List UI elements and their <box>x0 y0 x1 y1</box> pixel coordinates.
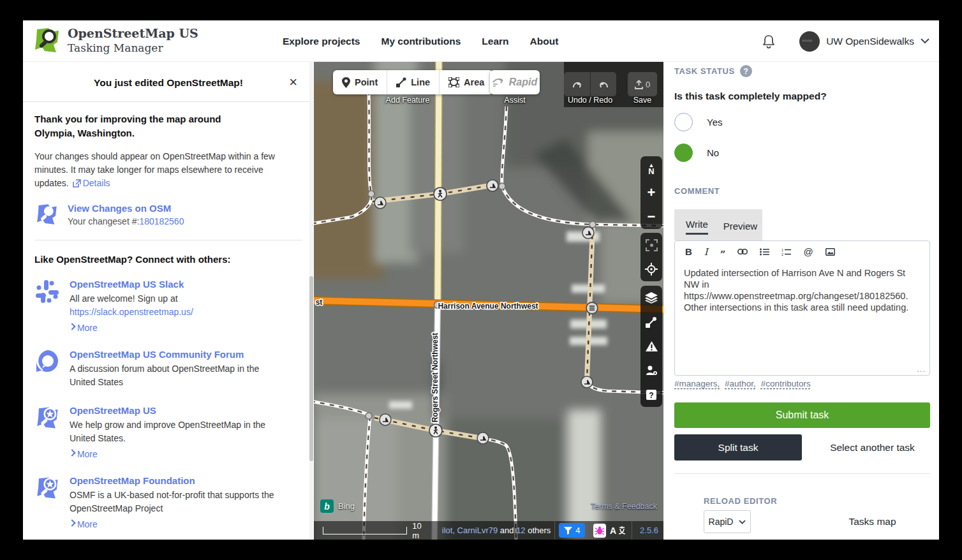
svg-text:2: 2 <box>781 252 783 256</box>
avatar[interactable]: ⌂⌂⌂⌂ <box>799 31 820 52</box>
osm-star-icon <box>34 475 60 501</box>
changeset-line: Your changeset #:180182560 <box>68 216 184 226</box>
slack-url-link[interactable]: https://slack.openstreetmap.us/ <box>70 307 193 317</box>
locale-icon[interactable]: A <box>610 526 626 535</box>
tasks-map-button[interactable]: Tasks map <box>815 510 930 533</box>
zoom-out-icon[interactable]: − <box>640 205 662 229</box>
more-link[interactable]: More <box>70 449 286 459</box>
bullet-list-icon[interactable] <box>760 248 769 256</box>
attribution-count-link[interactable]: 12 <box>516 526 525 535</box>
task-action-panel: TASK STATUS ? Is this task completely ma… <box>663 62 939 540</box>
quote-icon[interactable]: ” <box>720 246 726 258</box>
more-link[interactable]: More <box>70 519 286 529</box>
reload-editor-label: RELOAD EDITOR <box>704 496 777 506</box>
italic-icon[interactable]: I <box>704 246 708 258</box>
feature-filter-button[interactable]: 4 <box>559 523 585 538</box>
yes-radio[interactable] <box>674 113 693 131</box>
scale-bar <box>323 527 407 534</box>
add-feature-label: Add Feature <box>333 96 482 105</box>
svg-text:1: 1 <box>781 248 783 252</box>
save-count-badge: 0 <box>646 80 650 89</box>
attribution-link[interactable]: ilot, <box>442 526 457 535</box>
numbered-list-icon[interactable]: 12 <box>781 248 791 256</box>
notifications-bell-icon[interactable] <box>762 34 775 48</box>
layers-icon[interactable] <box>640 286 662 310</box>
community-item-desc-text: All are welcome! Sign up at <box>70 293 178 304</box>
north-compass-icon[interactable]: ▲N <box>640 156 662 181</box>
comment-input[interactable]: Updated intersection of Harrison Ave N a… <box>675 262 929 366</box>
map-nav-controls: ▲N + − <box>640 156 662 229</box>
nav-my-contributions[interactable]: My contributions <box>381 36 461 47</box>
bold-icon[interactable]: B <box>685 246 692 257</box>
issues-icon[interactable] <box>640 334 662 358</box>
editor-select-dropdown[interactable]: RapiD <box>704 510 751 533</box>
map-data-icon[interactable] <box>640 310 662 334</box>
undo-button[interactable] <box>564 72 590 96</box>
osm-star-icon <box>34 405 60 431</box>
bug-report-icon[interactable] <box>593 524 606 538</box>
save-button[interactable]: 0 <box>628 72 657 96</box>
main-nav: Explore projects My contributions Learn … <box>283 20 558 62</box>
scrollbar-thumb[interactable] <box>309 276 313 461</box>
hashtag-contributors[interactable]: #contributors <box>761 379 811 388</box>
community-item-title[interactable]: OpenStreetMap US <box>70 405 286 416</box>
resize-handle[interactable]: ... <box>917 364 926 374</box>
update-note-text: Your changes should appear on OpenStreet… <box>34 151 275 188</box>
split-task-button[interactable]: Split task <box>674 434 802 461</box>
tab-preview[interactable]: Preview <box>723 221 757 235</box>
community-item-desc: OSMF is a UK-based not-for-profit that s… <box>70 489 286 515</box>
radio-option-no[interactable]: No <box>674 144 719 162</box>
hashtag-author[interactable]: #author, <box>725 379 756 388</box>
radio-option-yes[interactable]: Yes <box>674 113 722 131</box>
redo-button[interactable] <box>590 72 616 96</box>
rapid-assist-button[interactable]: Rapid <box>490 70 540 94</box>
nav-about[interactable]: About <box>530 36 559 47</box>
zoom-in-icon[interactable]: + <box>640 181 662 205</box>
rapid-wordmark: Rapid <box>509 77 537 88</box>
community-item-title[interactable]: OpenStreetMap Foundation <box>70 475 286 486</box>
nav-explore-projects[interactable]: Explore projects <box>283 36 360 47</box>
draw-line-button[interactable]: Line <box>387 70 440 94</box>
zoom-to-task-icon[interactable] <box>640 233 662 257</box>
attribution-others: others <box>526 526 551 535</box>
draw-area-button[interactable]: Area <box>440 70 493 94</box>
no-radio[interactable] <box>674 144 693 162</box>
community-item-osmf: OpenStreetMap Foundation OSMF is a UK-ba… <box>34 475 295 529</box>
close-icon[interactable]: × <box>289 76 297 89</box>
link-icon[interactable] <box>737 249 748 254</box>
map-editor-canvas[interactable]: Harrison Avenue Northwest Rogers Street … <box>314 62 663 540</box>
nav-learn[interactable]: Learn <box>482 36 508 47</box>
tab-write[interactable]: Write <box>686 219 708 235</box>
submit-task-button[interactable]: Submit task <box>674 402 930 428</box>
preferences-icon[interactable] <box>640 358 662 383</box>
external-link-icon <box>73 179 81 188</box>
details-link[interactable]: Details <box>83 178 110 188</box>
image-icon[interactable] <box>825 248 835 256</box>
changeset-id-link[interactable]: 180182560 <box>139 216 184 226</box>
community-item-desc: We help grow and improve OpenStreetMap i… <box>70 418 286 445</box>
svg-text:A: A <box>610 526 616 535</box>
brand[interactable]: OpenStreetMap US Tasking Manager <box>32 26 198 55</box>
community-item-title[interactable]: OpenStreetMap US Community Forum <box>70 349 286 360</box>
user-name[interactable]: UW OpenSidewalks <box>826 36 914 47</box>
left-panel-scrollbar[interactable] <box>309 62 313 540</box>
more-link[interactable]: More <box>70 323 286 333</box>
line-icon <box>396 77 406 87</box>
hashtag-managers[interactable]: #managers, <box>674 379 720 388</box>
attribution-user-link[interactable]: CarniLvr79 <box>457 526 498 535</box>
select-another-task-button[interactable]: Select another task <box>815 434 930 461</box>
bing-logo-icon: b <box>320 499 334 513</box>
save-label: Save <box>628 96 657 105</box>
geolocate-icon[interactable] <box>640 257 662 281</box>
view-changes-link[interactable]: View Changes on OSM <box>68 203 184 214</box>
task-status-label: TASK STATUS <box>674 66 735 76</box>
help-icon[interactable]: ? <box>640 383 662 407</box>
mention-icon[interactable]: @ <box>803 246 813 257</box>
chevron-right-icon <box>68 449 75 456</box>
changeset-label: Your changeset #: <box>68 216 139 226</box>
chevron-down-icon[interactable] <box>921 38 929 44</box>
draw-point-button[interactable]: Point <box>333 70 387 94</box>
terms-feedback-link[interactable]: Terms & Feedback <box>591 502 657 511</box>
help-question-icon[interactable]: ? <box>740 65 752 77</box>
community-item-title[interactable]: OpenStreetMap US Slack <box>70 279 286 290</box>
